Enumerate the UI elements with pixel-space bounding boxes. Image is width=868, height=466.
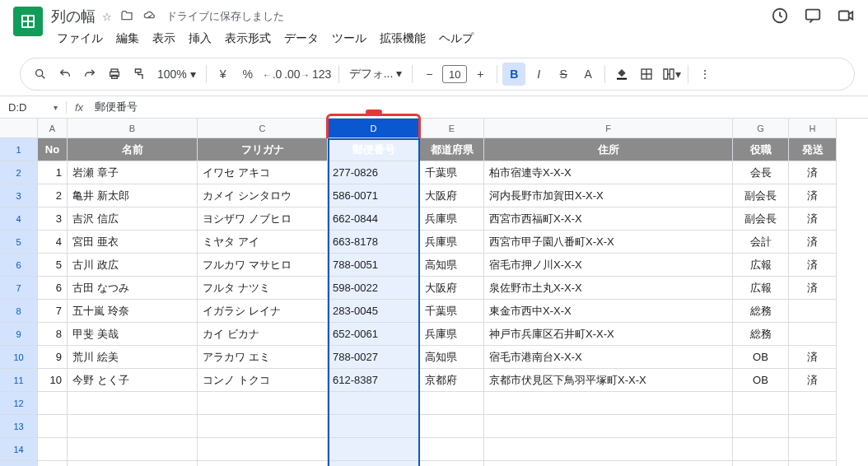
cell[interactable]: 598-0022 [328,277,420,300]
cell[interactable]: 兵庫県 [420,207,484,231]
row-header[interactable]: 13 [0,415,38,438]
cell[interactable]: ミヤタ アイ [198,231,328,254]
cell[interactable]: 済 [789,254,837,277]
menu-data[interactable]: データ [278,28,324,49]
move-icon[interactable] [120,9,133,25]
cell[interactable]: 済 [789,207,837,231]
header-no[interactable]: No [38,138,68,161]
cell[interactable] [328,392,420,415]
header-furigana[interactable]: フリガナ [198,138,328,161]
header-name[interactable]: 名前 [68,138,198,161]
row-header[interactable]: 12 [0,392,38,415]
cell[interactable] [420,415,484,438]
cell[interactable]: 京都府 [420,369,484,392]
text-color-button[interactable]: A [576,63,600,86]
cell[interactable]: フルタ ナツミ [198,277,328,300]
menu-file[interactable]: ファイル [51,28,109,49]
inc-font-button[interactable]: + [469,63,492,86]
cell[interactable]: 大阪府 [420,277,484,300]
cell[interactable]: 亀井 新太郎 [68,184,198,207]
menu-edit[interactable]: 編集 [110,28,145,49]
cell[interactable]: 古川 政広 [68,254,198,277]
cell[interactable]: 2 [38,184,68,207]
row-header[interactable]: 5 [0,231,38,254]
cell[interactable]: 6 [38,277,68,300]
cell[interactable]: 788-0027 [328,346,420,369]
row-header[interactable]: 10 [0,346,38,369]
col-header-H[interactable]: H [789,119,837,138]
cell[interactable]: 千葉県 [420,161,484,184]
cell[interactable] [198,415,328,438]
cell[interactable]: 京都市伏見区下鳥羽平塚町X-X-X [484,369,733,392]
dec-decimal-button[interactable]: ←.0 [261,63,284,86]
cell[interactable]: 東金市西中X-X-X [484,300,733,323]
cell[interactable]: 千葉県 [420,300,484,323]
cell[interactable]: 宿毛市港南台X-X-X [484,346,733,369]
cell[interactable]: 荒川 絵美 [68,346,198,369]
col-header-E[interactable]: E [420,119,484,138]
menu-tools[interactable]: ツール [326,28,372,49]
menu-view[interactable]: 表示 [147,28,181,49]
cell[interactable]: 高知県 [420,254,484,277]
cell[interactable]: アラカワ エミ [198,346,328,369]
cell[interactable]: イワセ アキコ [198,161,328,184]
cell[interactable]: OB [733,369,789,392]
cell[interactable]: 会長 [733,161,789,184]
cell[interactable] [789,461,837,466]
col-header-G[interactable]: G [733,119,789,138]
cell[interactable]: 662-0844 [328,207,420,231]
undo-icon[interactable] [54,63,77,86]
row-header[interactable]: 1 [0,138,38,161]
cell[interactable]: 兵庫県 [420,323,484,346]
cell[interactable] [420,461,484,466]
cell[interactable]: 泉佐野市土丸X-X-X [484,277,733,300]
cell[interactable] [198,438,328,461]
cell[interactable]: 3 [38,207,68,231]
header-pref[interactable]: 都道府県 [420,138,484,161]
star-icon[interactable]: ☆ [102,11,112,23]
strike-button[interactable]: S [552,63,575,86]
cell[interactable]: 663-8178 [328,231,420,254]
col-header-C[interactable]: C [198,119,328,138]
cell[interactable]: 甲斐 美哉 [68,323,198,346]
doc-title[interactable]: 列の幅 [51,7,96,26]
number-format-button[interactable]: 123 [310,63,334,86]
dec-font-button[interactable]: − [418,63,441,86]
col-header-F[interactable]: F [484,119,733,138]
history-icon[interactable] [771,7,789,29]
more-button[interactable]: ⋮ [693,63,716,86]
cell[interactable] [38,415,68,438]
bold-button[interactable]: B [502,63,525,86]
cell[interactable]: 河内長野市加賀田X-X-X [484,184,733,207]
cell[interactable] [733,392,789,415]
borders-button[interactable] [635,63,658,86]
cell[interactable]: 柏市宿連寺X-X-X [484,161,733,184]
cell[interactable]: イガラシ レイナ [198,300,328,323]
cell[interactable]: コンノ トクコ [198,369,328,392]
cell[interactable] [38,438,68,461]
cell[interactable]: 10 [38,369,68,392]
cell[interactable] [484,392,733,415]
row-header[interactable]: 4 [0,207,38,231]
name-box[interactable]: D:D▾ [0,101,66,114]
cell[interactable]: 吉沢 信広 [68,207,198,231]
cell[interactable] [68,438,198,461]
cell[interactable]: 総務 [733,323,789,346]
col-header-A[interactable]: A [38,119,68,138]
cell[interactable] [733,438,789,461]
row-header[interactable]: 14 [0,438,38,461]
cell[interactable] [789,300,837,323]
cell[interactable]: 283-0045 [328,300,420,323]
cell[interactable] [38,392,68,415]
header-postal[interactable]: 郵便番号 [328,138,420,161]
cell[interactable] [68,461,198,466]
cell[interactable]: ヨシザワ ノブヒロ [198,207,328,231]
merge-button[interactable]: ▾ [660,63,683,86]
cell[interactable] [328,415,420,438]
cell[interactable] [38,461,68,466]
cell[interactable]: 済 [789,161,837,184]
select-all-corner[interactable] [0,119,38,138]
cell[interactable] [789,415,837,438]
cell[interactable]: 五十嵐 玲奈 [68,300,198,323]
percent-button[interactable]: % [236,63,259,86]
